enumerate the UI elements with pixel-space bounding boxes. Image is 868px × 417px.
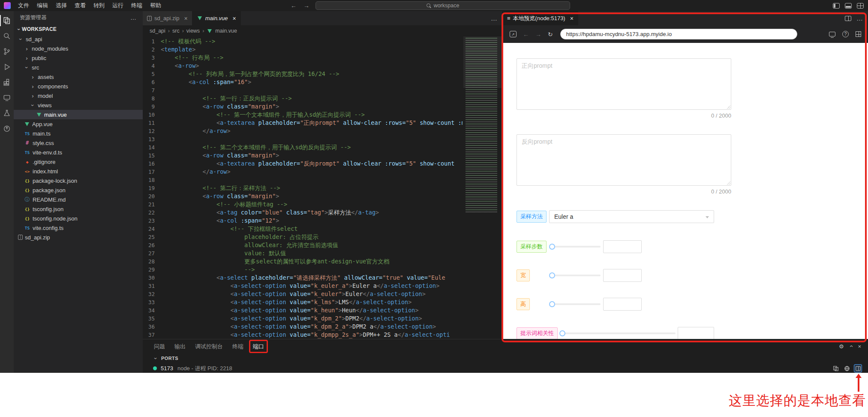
tree-item-vite-env.d.ts[interactable]: TSvite-env.d.ts bbox=[14, 148, 143, 157]
slider-handle[interactable] bbox=[549, 244, 555, 250]
split-editor-icon[interactable] bbox=[845, 16, 851, 21]
preview-more-actions-icon[interactable]: … bbox=[856, 15, 863, 22]
close-icon[interactable]: × bbox=[184, 15, 188, 22]
code-editor[interactable]: 1<!-- 模板代码 -->2<template>3 <!-- 行布局 -->4… bbox=[143, 36, 502, 339]
number-input-宽[interactable] bbox=[603, 269, 642, 282]
menu-item-终端[interactable]: 终端 bbox=[127, 0, 146, 11]
toggle-panel-icon[interactable] bbox=[845, 3, 852, 9]
menu-item-查看[interactable]: 查看 bbox=[71, 0, 90, 11]
tree-item-README.md[interactable]: ⓘREADME.md bbox=[14, 195, 143, 204]
tree-item-model[interactable]: ›model bbox=[14, 91, 143, 100]
tree-item-vite.config.ts[interactable]: TSvite.config.ts bbox=[14, 223, 143, 233]
slider-handle[interactable] bbox=[549, 272, 555, 278]
workspace-section-header[interactable]: › WORKSPACE bbox=[14, 24, 143, 34]
menu-item-帮助[interactable]: 帮助 bbox=[146, 0, 165, 11]
panel-tab-调试控制台[interactable]: 调试控制台 bbox=[195, 340, 223, 353]
devtools-grid-icon[interactable] bbox=[856, 31, 861, 37]
menu-item-选择[interactable]: 选择 bbox=[52, 0, 71, 11]
panel-tab-终端[interactable]: 终端 bbox=[232, 340, 243, 353]
menu-item-编辑[interactable]: 编辑 bbox=[33, 0, 52, 11]
slider-handle[interactable] bbox=[559, 330, 565, 336]
panel-maximize-icon[interactable]: › bbox=[847, 345, 854, 348]
extensions-icon[interactable] bbox=[0, 75, 14, 90]
remote-explorer-icon[interactable] bbox=[0, 90, 14, 106]
port-row[interactable]: 5173 node - 进程 PID: 2218 bbox=[143, 363, 868, 373]
breadcrumb-item[interactable]: main.vue bbox=[215, 28, 237, 34]
browser-back-icon[interactable]: ← bbox=[523, 31, 529, 38]
close-icon[interactable]: × bbox=[232, 15, 236, 22]
panel-tab-问题[interactable]: 问题 bbox=[154, 340, 165, 353]
tree-item-sd_api[interactable]: ›sd_api bbox=[14, 34, 143, 44]
run-debug-icon[interactable] bbox=[0, 59, 14, 75]
command-search-box[interactable]: workspace bbox=[315, 1, 570, 10]
open-in-browser-icon[interactable] bbox=[843, 364, 851, 372]
number-input-高[interactable] bbox=[603, 298, 642, 311]
slider-高[interactable] bbox=[549, 298, 601, 311]
tree-item-package.json[interactable]: {}package.json bbox=[14, 185, 143, 195]
negative-prompt-textarea[interactable] bbox=[517, 134, 731, 186]
menu-item-转到[interactable]: 转到 bbox=[90, 0, 108, 11]
tree-item-main.vue[interactable]: main.vue bbox=[14, 110, 143, 119]
browser-forward-icon[interactable]: → bbox=[535, 31, 541, 38]
search-sidebar-icon[interactable] bbox=[0, 28, 14, 44]
slider-handle[interactable] bbox=[549, 301, 555, 307]
tree-item-.gitignore[interactable]: ◆.gitignore bbox=[14, 157, 143, 166]
resize-grip-icon[interactable] bbox=[727, 181, 730, 185]
tree-item-components[interactable]: ›components bbox=[14, 82, 143, 91]
close-icon[interactable]: × bbox=[570, 15, 574, 22]
number-input-采样步数[interactable] bbox=[603, 240, 642, 253]
editor-more-actions-icon[interactable]: … bbox=[491, 15, 497, 22]
sampler-select[interactable]: Euler a bbox=[549, 210, 714, 223]
help-icon[interactable]: ? bbox=[842, 31, 849, 37]
tree-item-views[interactable]: ›views bbox=[14, 100, 143, 110]
preview-in-editor-icon[interactable] bbox=[854, 364, 862, 372]
tree-item-style.css[interactable]: #style.css bbox=[14, 138, 143, 148]
copy-address-icon[interactable] bbox=[832, 364, 840, 372]
share-icon[interactable] bbox=[0, 121, 14, 136]
menu-item-文件[interactable]: 文件 bbox=[14, 0, 33, 11]
slider-提示词相关性[interactable] bbox=[559, 327, 676, 339]
ports-section-header[interactable]: › PORTS bbox=[143, 353, 868, 363]
resize-grip-icon[interactable] bbox=[727, 105, 730, 109]
tree-item-main.ts[interactable]: TSmain.ts bbox=[14, 129, 143, 138]
number-input-提示词相关性[interactable] bbox=[678, 327, 714, 339]
breadcrumb-item[interactable]: src bbox=[172, 28, 180, 34]
test-flask-icon[interactable] bbox=[0, 106, 14, 121]
editor-tab-sd_api.zip[interactable]: sd_api.zip× bbox=[143, 11, 192, 25]
slider-宽[interactable] bbox=[549, 269, 601, 282]
explorer-icon[interactable] bbox=[0, 13, 14, 28]
nav-forward-icon[interactable]: → bbox=[303, 2, 309, 9]
slider-采样步数[interactable] bbox=[549, 240, 601, 253]
editor-tab-main.vue[interactable]: main.vue× bbox=[192, 11, 241, 25]
device-toolbar-icon[interactable] bbox=[829, 32, 835, 36]
panel-settings-icon[interactable]: ⚙ bbox=[839, 343, 844, 350]
source-control-icon[interactable] bbox=[0, 44, 14, 59]
tree-item-assets[interactable]: ›assets bbox=[14, 72, 143, 82]
tree-item-src[interactable]: ›src bbox=[14, 63, 143, 72]
menu-item-运行[interactable]: 运行 bbox=[108, 0, 127, 11]
customize-layout-icon[interactable] bbox=[857, 3, 864, 9]
url-input[interactable]: https://hpdamu-mcydnu-5173.app.myide.io bbox=[560, 29, 797, 39]
panel-tab-输出[interactable]: 输出 bbox=[174, 340, 186, 353]
tree-item-package-lock.json[interactable]: {}package-lock.json bbox=[14, 176, 143, 185]
positive-prompt-textarea[interactable] bbox=[517, 58, 731, 110]
nav-back-icon[interactable]: ← bbox=[291, 2, 297, 9]
tree-item-tsconfig.node.json[interactable]: {}tsconfig.node.json bbox=[14, 214, 143, 223]
more-actions-icon[interactable]: … bbox=[130, 14, 137, 21]
panel-close-icon[interactable]: × bbox=[858, 343, 861, 350]
preview-tab[interactable]: ≡ 本地预览(node:5173) × bbox=[503, 11, 578, 25]
tree-item-sd_api.zip[interactable]: sd_api.zip bbox=[14, 233, 143, 242]
panel-tab-端口[interactable]: 端口 bbox=[253, 340, 264, 353]
open-external-icon[interactable]: ↗ bbox=[510, 31, 517, 37]
tree-item-App.vue[interactable]: App.vue bbox=[14, 119, 143, 129]
tree-item-index.html[interactable]: <>index.html bbox=[14, 166, 143, 176]
toggle-sidebar-icon[interactable] bbox=[833, 3, 840, 9]
breadcrumb-item[interactable]: views bbox=[186, 28, 200, 34]
chevron-right-icon: › bbox=[24, 55, 30, 61]
minimap[interactable] bbox=[463, 36, 502, 339]
breadcrumb-item[interactable]: sd_api bbox=[150, 28, 165, 34]
tree-item-public[interactable]: ›public bbox=[14, 53, 143, 63]
tree-item-tsconfig.json[interactable]: {}tsconfig.json bbox=[14, 204, 143, 214]
reload-icon[interactable]: ↻ bbox=[548, 31, 553, 38]
tree-item-node_modules[interactable]: ›node_modules bbox=[14, 44, 143, 53]
